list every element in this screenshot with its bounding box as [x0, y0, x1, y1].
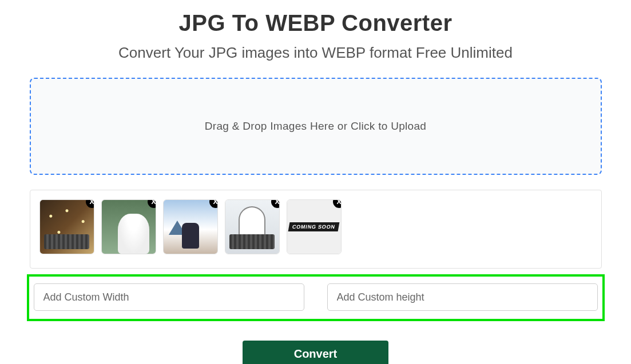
- thumbnail-image: [102, 200, 156, 254]
- page-title: JPG To WEBP Converter: [10, 10, 622, 36]
- thumbnails-list: X X X X: [39, 199, 592, 254]
- dropzone-text: Drag & Drop Images Here or Click to Uplo…: [205, 120, 426, 133]
- thumbnail-item[interactable]: X: [225, 199, 280, 254]
- page-subtitle: Convert Your JPG images into WEBP format…: [10, 44, 622, 62]
- thumbnail-image: [225, 200, 279, 254]
- convert-button[interactable]: Convert: [243, 341, 389, 364]
- custom-height-input[interactable]: [327, 283, 598, 311]
- thumbnail-item[interactable]: X COMING SOON: [287, 199, 342, 254]
- thumbnail-image: [40, 200, 94, 254]
- thumbnail-item[interactable]: X: [163, 199, 218, 254]
- thumbnail-image: [164, 200, 217, 254]
- upload-dropzone[interactable]: Drag & Drop Images Here or Click to Uplo…: [30, 78, 602, 175]
- custom-width-input[interactable]: [34, 283, 304, 311]
- coming-soon-badge: COMING SOON: [288, 222, 340, 231]
- custom-size-panel: [27, 274, 605, 321]
- thumbnail-item[interactable]: X: [39, 199, 94, 254]
- thumbnail-placeholder: COMING SOON: [287, 200, 341, 254]
- thumbnails-panel: X X X X: [30, 190, 602, 269]
- thumbnail-item[interactable]: X: [101, 199, 156, 254]
